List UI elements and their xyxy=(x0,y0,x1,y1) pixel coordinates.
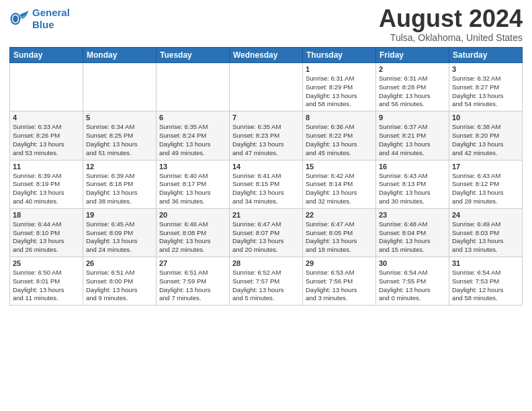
day-info: and 58 minutes. xyxy=(306,100,373,109)
day-number: 2 xyxy=(379,65,446,73)
day-number: 4 xyxy=(13,113,80,122)
page: General Blue August 2024 Tulsa, Oklahoma… xyxy=(0,0,532,411)
day-info: Sunset: 8:22 PM xyxy=(306,132,373,140)
table-row xyxy=(157,63,230,111)
day-number: 31 xyxy=(452,259,519,267)
day-info: and 3 minutes. xyxy=(306,294,373,303)
day-info: Sunrise: 6:44 AM xyxy=(13,220,80,229)
day-info: Daylight: 13 hours xyxy=(232,140,300,149)
day-info: Sunrise: 6:35 AM xyxy=(232,123,300,132)
day-info: Sunset: 8:13 PM xyxy=(379,180,446,189)
day-info: Daylight: 13 hours xyxy=(306,237,373,246)
day-info: Daylight: 13 hours xyxy=(379,237,446,246)
day-info: Sunset: 8:27 PM xyxy=(452,83,519,92)
day-info: Daylight: 13 hours xyxy=(452,140,519,149)
day-info: Sunset: 8:10 PM xyxy=(13,229,80,238)
day-info: Daylight: 12 hours xyxy=(452,286,519,295)
day-info: Daylight: 13 hours xyxy=(159,237,226,246)
table-row: 28Sunrise: 6:52 AMSunset: 7:57 PMDayligh… xyxy=(230,257,303,306)
day-number: 16 xyxy=(379,163,446,171)
day-info: Daylight: 13 hours xyxy=(159,140,226,149)
day-info: Sunset: 8:08 PM xyxy=(159,229,226,238)
day-info: Daylight: 13 hours xyxy=(379,92,446,101)
day-number: 20 xyxy=(159,211,226,219)
svg-point-2 xyxy=(13,15,18,23)
day-info: and 18 minutes. xyxy=(306,246,373,255)
col-sunday: Sunday xyxy=(10,48,83,63)
col-monday: Monday xyxy=(83,48,157,63)
day-info: Daylight: 13 hours xyxy=(306,189,373,197)
table-row: 23Sunrise: 6:48 AMSunset: 8:04 PMDayligh… xyxy=(376,208,449,257)
day-info: Daylight: 13 hours xyxy=(379,286,446,295)
table-row xyxy=(83,63,157,111)
day-info: Sunrise: 6:42 AM xyxy=(306,172,373,181)
day-info: and 53 minutes. xyxy=(13,149,80,158)
day-info: and 45 minutes. xyxy=(306,149,373,158)
day-info: Daylight: 13 hours xyxy=(86,140,153,149)
day-number: 10 xyxy=(452,113,519,122)
day-info: Sunset: 8:15 PM xyxy=(232,180,300,189)
day-info: Sunrise: 6:37 AM xyxy=(379,123,446,132)
day-info: Sunrise: 6:43 AM xyxy=(379,172,446,181)
day-info: Sunset: 8:00 PM xyxy=(86,277,153,286)
day-info: Sunset: 8:26 PM xyxy=(13,132,80,140)
calendar-table: Sunday Monday Tuesday Wednesday Thursday… xyxy=(9,47,523,306)
day-info: Daylight: 13 hours xyxy=(232,189,300,197)
day-info: and 28 minutes. xyxy=(452,197,519,206)
day-info: Sunrise: 6:32 AM xyxy=(452,75,519,83)
table-row xyxy=(10,63,83,111)
day-info: Daylight: 13 hours xyxy=(13,140,80,149)
day-number: 19 xyxy=(86,211,153,219)
day-info: and 34 minutes. xyxy=(232,197,300,206)
day-info: and 11 minutes. xyxy=(13,294,80,303)
day-info: Sunset: 8:14 PM xyxy=(306,180,373,189)
day-number: 18 xyxy=(13,211,80,219)
day-number: 7 xyxy=(232,113,300,122)
day-number: 15 xyxy=(306,163,373,171)
table-row: 5Sunrise: 6:34 AMSunset: 8:25 PMDaylight… xyxy=(83,111,157,160)
col-saturday: Saturday xyxy=(449,48,523,63)
day-number: 11 xyxy=(13,163,80,171)
table-row: 16Sunrise: 6:43 AMSunset: 8:13 PMDayligh… xyxy=(376,160,449,208)
day-number: 1 xyxy=(306,65,373,73)
table-row: 8Sunrise: 6:36 AMSunset: 8:22 PMDaylight… xyxy=(303,111,376,160)
table-row: 26Sunrise: 6:51 AMSunset: 8:00 PMDayligh… xyxy=(83,257,157,306)
table-row: 21Sunrise: 6:47 AMSunset: 8:07 PMDayligh… xyxy=(230,208,303,257)
day-info: and 51 minutes. xyxy=(86,149,153,158)
day-info: and 54 minutes. xyxy=(452,100,519,109)
day-number: 12 xyxy=(86,163,153,171)
day-info: and 5 minutes. xyxy=(232,294,300,303)
day-number: 17 xyxy=(452,163,519,171)
day-info: Sunrise: 6:41 AM xyxy=(232,172,300,181)
calendar-title: August 2024 xyxy=(379,7,523,31)
day-info: Daylight: 13 hours xyxy=(159,189,226,197)
day-info: Sunset: 8:12 PM xyxy=(452,180,519,189)
table-row: 25Sunrise: 6:50 AMSunset: 8:01 PMDayligh… xyxy=(10,257,83,306)
day-info: Sunrise: 6:47 AM xyxy=(232,220,300,229)
calendar-week-row: 4Sunrise: 6:33 AMSunset: 8:26 PMDaylight… xyxy=(10,111,523,160)
table-row: 17Sunrise: 6:43 AMSunset: 8:12 PMDayligh… xyxy=(449,160,523,208)
table-row: 1Sunrise: 6:31 AMSunset: 8:29 PMDaylight… xyxy=(303,63,376,111)
day-info: and 7 minutes. xyxy=(159,294,226,303)
day-info: Sunset: 8:29 PM xyxy=(306,83,373,92)
day-number: 27 xyxy=(159,259,226,267)
day-info: Daylight: 13 hours xyxy=(452,189,519,197)
table-row: 29Sunrise: 6:53 AMSunset: 7:56 PMDayligh… xyxy=(303,257,376,306)
table-row: 19Sunrise: 6:45 AMSunset: 8:09 PMDayligh… xyxy=(83,208,157,257)
table-row: 14Sunrise: 6:41 AMSunset: 8:15 PMDayligh… xyxy=(230,160,303,208)
day-info: Sunset: 7:57 PM xyxy=(232,277,300,286)
table-row: 9Sunrise: 6:37 AMSunset: 8:21 PMDaylight… xyxy=(376,111,449,160)
day-info: Daylight: 13 hours xyxy=(159,286,226,295)
table-row: 3Sunrise: 6:32 AMSunset: 8:27 PMDaylight… xyxy=(449,63,523,111)
table-row: 7Sunrise: 6:35 AMSunset: 8:23 PMDaylight… xyxy=(230,111,303,160)
day-number: 26 xyxy=(86,259,153,267)
day-info: Sunrise: 6:40 AM xyxy=(159,172,226,181)
day-info: Sunrise: 6:48 AM xyxy=(379,220,446,229)
table-row: 12Sunrise: 6:39 AMSunset: 8:18 PMDayligh… xyxy=(83,160,157,208)
day-info: Daylight: 13 hours xyxy=(379,189,446,197)
table-row: 15Sunrise: 6:42 AMSunset: 8:14 PMDayligh… xyxy=(303,160,376,208)
day-info: Sunrise: 6:38 AM xyxy=(452,123,519,132)
day-info: Sunrise: 6:39 AM xyxy=(86,172,153,181)
day-info: and 42 minutes. xyxy=(452,149,519,158)
logo: General Blue xyxy=(9,7,70,31)
